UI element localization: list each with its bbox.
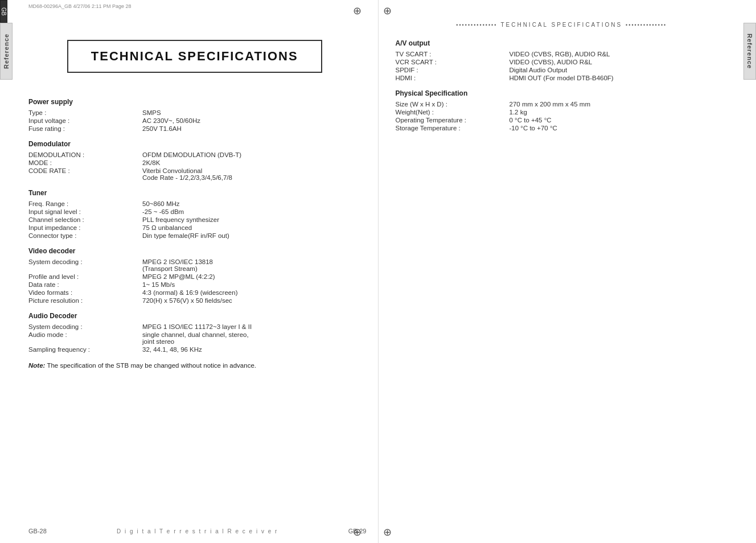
spec-label: SPDIF :	[396, 67, 510, 73]
spec-label: System decoding :	[28, 258, 142, 272]
spec-row: Operating Temperature : 0 °C to +45 °C	[396, 117, 728, 124]
spec-value: 0 °C to +45 °C	[510, 117, 728, 124]
spec-row: Connector type : Din type female(RF in/R…	[28, 232, 361, 239]
right-header-title: TECHNICAL SPECIFICATIONS	[500, 22, 622, 28]
spec-value: MPEG 2 ISO/IEC 13818(Transport Stream)	[142, 258, 361, 272]
right-reference-tab: Reference	[743, 23, 756, 80]
spec-value: VIDEO (CVBS, RGB), AUDIO R&L	[510, 51, 728, 57]
video-decoder-section: Video decoder System decoding : MPEG 2 I…	[28, 247, 361, 304]
spec-row: Storage Temperature : -10 °C to +70 °C	[396, 125, 728, 131]
spec-label: VCR SCART :	[396, 59, 510, 65]
spec-value: HDMI OUT (For model DTB-B460F)	[510, 75, 728, 81]
spec-value: Viterbi ConvolutionalCode Rate - 1/2,2/3…	[142, 167, 361, 181]
spec-value: 270 mm x 200 mm x 45 mm	[510, 101, 728, 108]
page-footer-left: GB-28 D i g i t a l T e r r e s t r i a …	[17, 528, 378, 534]
spec-value: MPEG 2 MP@ML (4:2:2)	[142, 273, 361, 280]
spec-label: Data rate :	[28, 281, 142, 288]
spec-row: System decoding : MPEG 2 ISO/IEC 13818(T…	[28, 258, 361, 272]
spec-label: Profile and level :	[28, 273, 142, 280]
spec-row: Audio mode : single channel, dual channe…	[28, 331, 361, 345]
audio-decoder-section: Audio Decoder System decoding : MPEG 1 I…	[28, 312, 361, 353]
spec-value: MPEG 1 ISO/IEC 11172~3 layer I & II	[142, 323, 361, 330]
spec-row: TV SCART : VIDEO (CVBS, RGB), AUDIO R&L	[396, 51, 728, 57]
spec-label: Operating Temperature :	[396, 117, 510, 124]
spec-value: 32, 44.1, 48, 96 KHz	[142, 346, 361, 353]
spec-label: Type :	[28, 109, 142, 116]
spec-value: 4:3 (normal) & 16:9 (widescreen)	[142, 289, 361, 296]
page-number-right: GB-29	[348, 528, 367, 534]
spec-label: Audio mode :	[28, 331, 142, 345]
spec-label: HDMI :	[396, 75, 510, 81]
physical-section: Physical Specification Size (W x H x D) …	[396, 89, 728, 131]
spec-value: 250V T1.6AH	[142, 125, 361, 132]
note-prefix: Note:	[28, 362, 45, 369]
spec-label: System decoding :	[28, 323, 142, 330]
page-right: •••••••••••••• TECHNICAL SPECIFICATIONS …	[379, 0, 739, 543]
spec-row: Input signal level : -25 ~ -65 dBm	[28, 208, 361, 215]
page-left: TECHNICAL SPECIFICATIONS Power supply Ty…	[17, 0, 379, 543]
spec-value: 720(H) x 576(V) x 50 fields/sec	[142, 297, 361, 304]
spec-label: Fuse rating :	[28, 125, 142, 132]
main-content: TECHNICAL SPECIFICATIONS Power supply Ty…	[17, 0, 739, 543]
spec-label: DEMODULATION :	[28, 151, 142, 158]
spec-row: SPDIF : Digital Audio Output	[396, 67, 728, 73]
spec-value: 2K/8K	[142, 159, 361, 166]
physical-header: Physical Specification	[396, 89, 728, 97]
spec-label: CODE RATE :	[28, 167, 142, 181]
spec-value: Digital Audio Output	[510, 67, 728, 73]
spec-row: DEMODULATION : OFDM DEMODULATION (DVB-T)	[28, 151, 361, 158]
spec-value: SMPS	[142, 109, 361, 116]
spec-value: single channel, dual channel, stereo,joi…	[142, 331, 361, 345]
power-supply-header: Power supply	[28, 98, 361, 106]
power-supply-section: Power supply Type : SMPS Input voltage :…	[28, 98, 361, 132]
spec-value: -25 ~ -65 dBm	[142, 208, 361, 215]
spec-value: AC 230V~, 50/60Hz	[142, 117, 361, 124]
spec-value: -10 °C to +70 °C	[510, 125, 728, 131]
note-text: The specification of the STB may be chan…	[47, 362, 256, 369]
spec-value: PLL frequency synthesizer	[142, 216, 361, 223]
spec-value: 1.2 kg	[510, 109, 728, 116]
spec-row: Channel selection : PLL frequency synthe…	[28, 216, 361, 223]
dots-right: ••••••••••••••	[626, 22, 667, 28]
spec-row: Type : SMPS	[28, 109, 361, 116]
tuner-section: Tuner Freq. Range : 50~860 MHz Input sig…	[28, 189, 361, 239]
page-title: TECHNICAL SPECIFICATIONS	[91, 49, 298, 64]
spec-row: HDMI : HDMI OUT (For model DTB-B460F)	[396, 75, 728, 81]
footer-center: D i g i t a l T e r r e s t r i a l R e …	[117, 528, 278, 534]
spec-label: Freq. Range :	[28, 200, 142, 207]
note: Note: The specification of the STB may b…	[28, 362, 361, 369]
av-output-header: A/V output	[396, 39, 728, 47]
spec-row: System decoding : MPEG 1 ISO/IEC 11172~3…	[28, 323, 361, 330]
spec-value: OFDM DEMODULATION (DVB-T)	[142, 151, 361, 158]
spec-value: Din type female(RF in/RF out)	[142, 232, 361, 239]
video-decoder-header: Video decoder	[28, 247, 361, 255]
right-page-header: •••••••••••••• TECHNICAL SPECIFICATIONS …	[396, 17, 728, 28]
spec-row: Picture resolution : 720(H) x 576(V) x 5…	[28, 297, 361, 304]
title-box: TECHNICAL SPECIFICATIONS	[67, 40, 322, 73]
tuner-header: Tuner	[28, 189, 361, 197]
spec-row: Input impedance : 75 Ω unbalanced	[28, 224, 361, 231]
spec-row: MODE : 2K/8K	[28, 159, 361, 166]
spec-row: Sampling frequency : 32, 44.1, 48, 96 KH…	[28, 346, 361, 353]
spec-label: Input signal level :	[28, 208, 142, 215]
spec-row: Input voltage : AC 230V~, 50/60Hz	[28, 117, 361, 124]
title-area: TECHNICAL SPECIFICATIONS	[28, 34, 361, 87]
spec-label: Channel selection :	[28, 216, 142, 223]
demodulator-header: Demodulator	[28, 140, 361, 148]
spec-row: CODE RATE : Viterbi ConvolutionalCode Ra…	[28, 167, 361, 181]
spec-value: 1~ 15 Mb/s	[142, 281, 361, 288]
spec-label: MODE :	[28, 159, 142, 166]
left-reference-tab: Reference	[0, 23, 13, 80]
page-number-left: GB-28	[28, 528, 47, 534]
gb-tab: GB	[0, 0, 7, 23]
spec-row: Size (W x H x D) : 270 mm x 200 mm x 45 …	[396, 101, 728, 108]
spec-value: VIDEO (CVBS), AUDIO R&L	[510, 59, 728, 65]
spec-label: Video formats :	[28, 289, 142, 296]
dots-left: ••••••••••••••	[456, 22, 497, 28]
spec-value: 50~860 MHz	[142, 200, 361, 207]
av-output-section: A/V output TV SCART : VIDEO (CVBS, RGB),…	[396, 39, 728, 81]
spec-label: Connector type :	[28, 232, 142, 239]
spec-label: Size (W x H x D) :	[396, 101, 510, 108]
spec-row: Fuse rating : 250V T1.6AH	[28, 125, 361, 132]
spec-row: Freq. Range : 50~860 MHz	[28, 200, 361, 207]
